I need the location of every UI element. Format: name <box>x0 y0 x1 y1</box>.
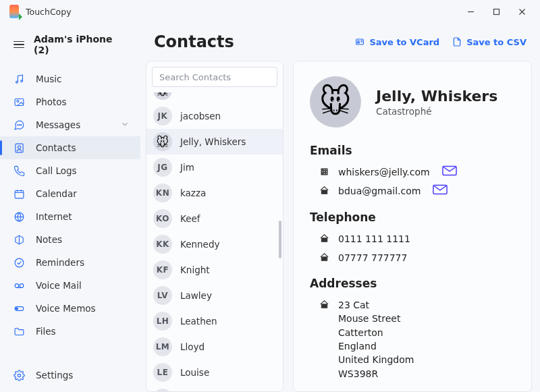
svg-point-7 <box>17 100 19 102</box>
contact-row[interactable]: LMLloyd <box>146 334 283 360</box>
contact-initials: LF <box>153 389 172 391</box>
contact-initials: KN <box>153 184 172 202</box>
calendar-icon <box>14 188 25 200</box>
contact-initials: LH <box>153 312 172 331</box>
contact-avatar-icon: 🐭 <box>153 92 172 100</box>
contact-row[interactable]: 🐭 <box>146 92 283 103</box>
csv-icon <box>452 36 462 47</box>
contact-initials: KO <box>153 209 172 228</box>
sidebar: Adam's iPhone (2) MusicPhotosMessagesCon… <box>0 23 140 392</box>
svg-rect-32 <box>324 169 325 171</box>
section-title-emails: Emails <box>310 144 515 157</box>
note-icon <box>14 234 25 246</box>
contact-avatar-icon: 🐭 <box>153 132 172 151</box>
contact-row[interactable]: LVLawley <box>146 283 283 308</box>
contact-list[interactable]: 🐭JKjacobsen🐭Jelly, WhiskersJGJimKNkazzaK… <box>146 92 283 391</box>
sidebar-item-settings[interactable]: Settings <box>0 364 140 387</box>
window-maximize-button[interactable] <box>483 2 509 21</box>
sidebar-item-label: Reminders <box>36 257 84 268</box>
window-minimize-button[interactable] <box>458 2 483 21</box>
photo-icon <box>14 96 25 108</box>
contact-detail-panel: 🐭 Jelly, Whiskers Catastrophé Emails whi… <box>293 61 532 392</box>
chat-icon <box>14 119 25 131</box>
scrollbar-thumb[interactable] <box>279 221 281 258</box>
sidebar-item-voicemail[interactable]: Voice Mail <box>0 274 140 297</box>
sidebar-item-label: Internet <box>36 211 72 222</box>
contact-row[interactable]: LFLucynda <box>146 385 283 391</box>
email-row: bdua@gmail.com <box>310 181 515 200</box>
sidebar-item-messages[interactable]: Messages <box>0 113 140 136</box>
svg-rect-38 <box>324 173 325 174</box>
contact-row[interactable]: KFKnight <box>146 257 283 283</box>
svg-rect-35 <box>324 171 325 173</box>
main-header: Contacts Save to VCard Save to CSV <box>144 30 533 61</box>
contact-initials: KK <box>153 235 172 254</box>
contact-initials: LE <box>153 363 172 382</box>
sidebar-item-label: Voice Mail <box>36 280 82 291</box>
svg-point-8 <box>18 124 18 125</box>
sidebar-item-files[interactable]: Files <box>0 320 140 343</box>
sidebar-item-contacts[interactable]: Contacts <box>0 136 140 159</box>
sidebar-item-label: Contacts <box>36 142 76 153</box>
vcard-icon <box>354 36 365 47</box>
sidebar-item-reminders[interactable]: Reminders <box>0 251 140 274</box>
sidebar-item-notes[interactable]: Notes <box>0 228 140 251</box>
search-input[interactable] <box>152 67 277 87</box>
envelope-icon[interactable] <box>433 184 448 195</box>
contact-row[interactable]: LHLeathen <box>146 308 283 334</box>
phone-icon <box>14 165 25 177</box>
sidebar-item-label: Settings <box>36 370 73 381</box>
sidebar-item-internet[interactable]: Internet <box>0 205 140 228</box>
contact-initials: LV <box>153 286 172 305</box>
check-icon <box>14 257 25 269</box>
sidebar-item-label: Files <box>36 326 56 337</box>
app-title: TouchCopy <box>26 7 72 17</box>
window-close-button[interactable] <box>509 2 535 21</box>
contact-row-name: kazza <box>180 188 206 198</box>
sidebar-item-music[interactable]: Music <box>0 67 140 90</box>
sidebar-item-photos[interactable]: Photos <box>0 90 140 113</box>
contact-row[interactable]: KOKeef <box>146 206 283 231</box>
svg-point-21 <box>20 283 24 287</box>
voicemail-icon <box>14 280 25 291</box>
phone-value: 0111 111 1111 <box>338 232 410 246</box>
svg-rect-11 <box>16 144 23 152</box>
sidebar-item-label: Calendar <box>36 188 77 199</box>
contact-row-name: Lloyd <box>180 341 205 352</box>
contact-row-name: Jelly, Whiskers <box>180 136 246 147</box>
rec-icon <box>14 303 25 314</box>
contact-row-name: jacobsen <box>180 111 221 121</box>
svg-rect-1 <box>493 9 499 14</box>
contact-row[interactable]: KKKennedy <box>146 231 283 257</box>
home-icon <box>319 300 330 310</box>
contact-initials: KF <box>153 260 172 279</box>
globe-icon <box>14 211 25 223</box>
contact-row-name: Keef <box>180 213 200 224</box>
envelope-icon[interactable] <box>442 165 457 176</box>
svg-point-4 <box>16 81 18 83</box>
contact-row[interactable]: KNkazza <box>146 180 283 206</box>
contact-row-name: Jim <box>180 162 194 173</box>
contact-row[interactable]: 🐭Jelly, Whiskers <box>146 129 283 155</box>
save-csv-button[interactable]: Save to CSV <box>452 36 526 47</box>
sidebar-item-label: Messages <box>36 119 80 130</box>
gear-icon <box>14 370 25 381</box>
svg-rect-31 <box>322 169 323 171</box>
save-vcard-button[interactable]: Save to VCard <box>354 36 439 47</box>
phone-row: 0111 111 1111 <box>310 229 515 248</box>
home-icon <box>319 233 330 244</box>
svg-rect-39 <box>325 173 327 174</box>
sidebar-item-voicememos[interactable]: Voice Memos <box>0 297 140 320</box>
contact-row[interactable]: JGJim <box>146 155 283 180</box>
contact-row[interactable]: LELouise <box>146 360 283 385</box>
svg-point-19 <box>15 258 24 267</box>
sidebar-item-label: Call Logs <box>36 165 77 176</box>
contact-list-panel: 🐭JKjacobsen🐭Jelly, WhiskersJGJimKNkazzaK… <box>146 61 284 392</box>
svg-point-27 <box>358 40 360 43</box>
phone-value: 07777 777777 <box>338 251 407 264</box>
sidebar-item-calllogs[interactable]: Call Logs <box>0 159 140 182</box>
contact-row[interactable]: JKjacobsen <box>146 103 283 129</box>
sidebar-item-calendar[interactable]: Calendar <box>0 182 140 205</box>
contact-row-name: Knight <box>180 264 210 275</box>
hamburger-menu-icon[interactable] <box>14 41 24 49</box>
